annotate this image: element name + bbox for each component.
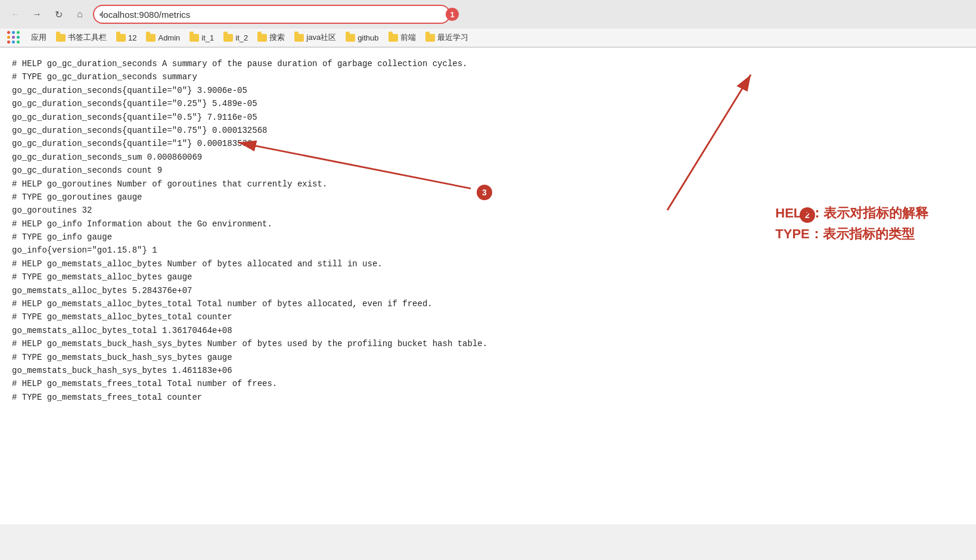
folder-icon bbox=[294, 34, 304, 42]
address-bar-wrapper: ● 1 bbox=[93, 5, 450, 24]
metrics-line: go_gc_duration_seconds{quantile="0.25"} … bbox=[12, 97, 964, 110]
metrics-line: # HELP go_memstats_frees_total Total num… bbox=[12, 377, 964, 390]
metrics-line: go_goroutines 32 bbox=[12, 204, 964, 217]
bookmark-github[interactable]: github bbox=[342, 32, 382, 43]
step-badge-1: 1 bbox=[446, 8, 459, 21]
metrics-line: # TYPE go_memstats_buck_hash_sys_bytes g… bbox=[12, 351, 964, 364]
metrics-line: go_info{version="go1.15.8"} 1 bbox=[12, 244, 964, 257]
bookmark-label: 应用 bbox=[31, 32, 46, 43]
folder-icon bbox=[388, 34, 398, 42]
bookmark-apps[interactable]: 应用 bbox=[27, 31, 50, 44]
bookmark-toolbar[interactable]: 书签工具栏 bbox=[52, 31, 110, 44]
folder-icon bbox=[223, 34, 233, 42]
folder-icon bbox=[425, 34, 435, 42]
metrics-line: go_memstats_alloc_bytes_total 1.36170464… bbox=[12, 324, 964, 337]
reload-button[interactable]: ↻ bbox=[50, 6, 67, 23]
bookmark-frontend[interactable]: 前端 bbox=[385, 31, 419, 44]
metrics-line: # TYPE go_memstats_frees_total counter bbox=[12, 391, 964, 404]
bookmark-label: 搜索 bbox=[269, 32, 285, 43]
browser-chrome: ← → ↻ ⌂ ● 1 应用 书签工具栏 bbox=[0, 0, 976, 48]
app-dot bbox=[12, 36, 15, 39]
app-dot bbox=[7, 36, 10, 39]
bookmark-it2[interactable]: it_2 bbox=[220, 32, 251, 43]
lock-icon: ● bbox=[99, 10, 103, 18]
bookmark-search[interactable]: 搜索 bbox=[254, 31, 288, 44]
bookmark-12[interactable]: 12 bbox=[113, 32, 140, 43]
app-dot bbox=[7, 31, 10, 34]
metrics-line: # TYPE go_goroutines gauge bbox=[12, 191, 964, 204]
bookmark-label: 前端 bbox=[400, 32, 416, 43]
metrics-container: # HELP go_gc_duration_seconds A summary … bbox=[12, 57, 964, 404]
bookmark-label: github bbox=[358, 33, 378, 42]
bookmark-label: it_1 bbox=[201, 33, 214, 42]
metrics-line: go_memstats_buck_hash_sys_bytes 1.461183… bbox=[12, 364, 964, 377]
bookmark-label: Admin bbox=[158, 33, 180, 42]
apps-grid bbox=[7, 31, 20, 44]
page-content: # HELP go_gc_duration_seconds A summary … bbox=[0, 48, 976, 524]
metrics-line: # TYPE go_gc_duration_seconds summary bbox=[12, 70, 964, 83]
app-dot bbox=[17, 36, 20, 39]
forward-button[interactable]: → bbox=[29, 6, 45, 23]
bookmark-label: java社区 bbox=[306, 32, 336, 43]
bookmarks-bar: 应用 书签工具栏 12 Admin it_1 it_2 搜索 java社区 bbox=[0, 29, 976, 47]
back-button[interactable]: ← bbox=[7, 6, 24, 23]
bookmark-label: 12 bbox=[128, 33, 136, 42]
metrics-line: # HELP go_gc_duration_seconds A summary … bbox=[12, 57, 964, 70]
metrics-line: go_gc_duration_seconds{quantile="1"} 0.0… bbox=[12, 137, 964, 150]
app-dot bbox=[12, 41, 15, 43]
metrics-line: # TYPE go_memstats_alloc_bytes_total cou… bbox=[12, 310, 964, 323]
metrics-line: go_gc_duration_seconds{quantile="0.5"} 7… bbox=[12, 111, 964, 124]
address-input[interactable] bbox=[93, 5, 450, 24]
metrics-line: # HELP go_memstats_alloc_bytes Number of… bbox=[12, 257, 964, 270]
folder-icon bbox=[257, 34, 267, 42]
folder-icon bbox=[56, 34, 66, 42]
bookmark-recent[interactable]: 最近学习 bbox=[422, 31, 472, 44]
bookmark-java[interactable]: java社区 bbox=[291, 31, 340, 44]
folder-icon bbox=[346, 34, 355, 42]
home-button[interactable]: ⌂ bbox=[72, 6, 88, 23]
metrics-line: # TYPE go_memstats_alloc_bytes gauge bbox=[12, 270, 964, 284]
metrics-line: # HELP go_memstats_buck_hash_sys_bytes N… bbox=[12, 337, 964, 350]
app-dot bbox=[12, 31, 15, 34]
bookmark-it1[interactable]: it_1 bbox=[186, 32, 217, 43]
metrics-line: # HELP go_goroutines Number of goroutine… bbox=[12, 178, 964, 191]
app-dot bbox=[7, 41, 10, 43]
metrics-line: go_gc_duration_seconds{quantile="0"} 3.9… bbox=[12, 84, 964, 97]
metrics-line: go_gc_duration_seconds_sum 0.000860069 bbox=[12, 151, 964, 164]
app-dot bbox=[17, 31, 20, 34]
nav-bar: ← → ↻ ⌂ ● 1 bbox=[0, 0, 976, 29]
folder-icon bbox=[116, 34, 126, 42]
metrics-line: # TYPE go_info gauge bbox=[12, 231, 964, 244]
metrics-line: # HELP go_info Information about the Go … bbox=[12, 217, 964, 231]
bookmark-label: 书签工具栏 bbox=[68, 32, 107, 43]
folder-icon bbox=[189, 34, 199, 42]
metrics-line: go_gc_duration_seconds{quantile="0.75"} … bbox=[12, 124, 964, 137]
metrics-line: go_gc_duration_seconds count 9 bbox=[12, 164, 964, 177]
folder-icon bbox=[146, 34, 156, 42]
bookmark-label: it_2 bbox=[235, 33, 248, 42]
bookmark-label: 最近学习 bbox=[437, 32, 468, 43]
bookmark-admin[interactable]: Admin bbox=[142, 32, 184, 43]
metrics-line: go_memstats_alloc_bytes 5.284376e+07 bbox=[12, 284, 964, 297]
app-dot bbox=[17, 41, 20, 43]
metrics-line: # HELP go_memstats_alloc_bytes_total Tot… bbox=[12, 297, 964, 310]
